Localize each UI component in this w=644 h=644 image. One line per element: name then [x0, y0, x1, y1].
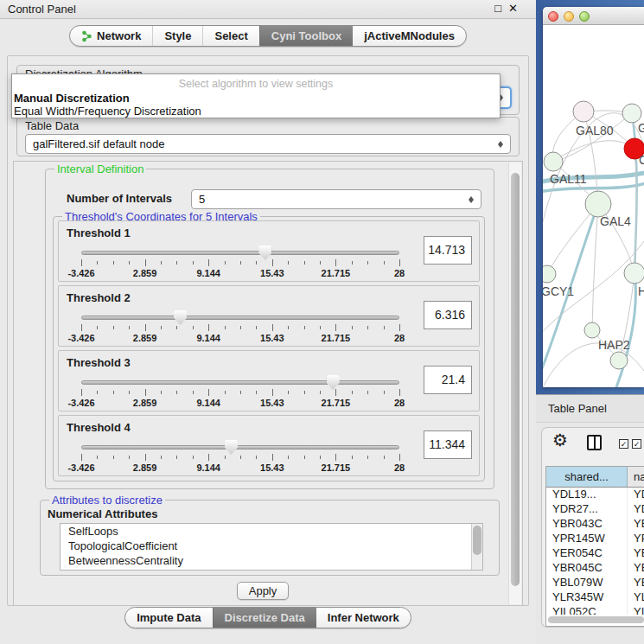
- tab-jactivemnodules[interactable]: jActiveMNodules: [353, 26, 466, 46]
- cell-shared-name: YBR045C: [546, 561, 628, 576]
- cell-name: YIL0: [628, 605, 644, 615]
- tab-infer-network[interactable]: Infer Network: [316, 608, 411, 628]
- network-canvas[interactable]: GAL80GCGAL11GAL4GCY1HHAP2: [543, 25, 644, 387]
- table-row[interactable]: YER054CYER0: [546, 546, 644, 561]
- tick-mark: [81, 324, 82, 331]
- tick-mark: [399, 454, 400, 461]
- tab-network[interactable]: Network: [70, 26, 152, 46]
- algorithm-option[interactable]: Equal Width/Frequency Discretization: [12, 105, 500, 118]
- table-row[interactable]: YDL19...YDL1: [546, 488, 644, 502]
- zoom-traffic-light-icon[interactable]: [579, 11, 590, 22]
- column-header-shared-name[interactable]: shared...: [546, 467, 628, 487]
- tab-discretize-data[interactable]: Discretize Data: [213, 608, 316, 628]
- tick-labels: -3.4262.8599.14415.4321.71528: [81, 398, 399, 408]
- table-horizontal-scrollbar[interactable]: [548, 616, 644, 623]
- table-data-select[interactable]: galFiltered.sif default node: [25, 134, 511, 154]
- algorithm-option[interactable]: Manual Discretization: [12, 92, 500, 105]
- tick-mark: [399, 389, 400, 396]
- slider-thumb[interactable]: [258, 245, 271, 260]
- spinner-icon: [467, 193, 476, 207]
- slider-thumb[interactable]: [174, 310, 187, 325]
- tick-label: 15.43: [260, 268, 284, 278]
- tick-mark: [225, 391, 226, 394]
- threshold-slider[interactable]: -3.4262.8599.14415.4321.71528: [81, 244, 399, 280]
- tab-select[interactable]: Select: [202, 26, 258, 46]
- cell-shared-name: YDL19...: [546, 488, 628, 502]
- attribute-item[interactable]: TopologicalCoefficient: [61, 539, 482, 553]
- node-HAP2[interactable]: [584, 322, 600, 338]
- tick-mark: [367, 456, 368, 459]
- attributes-scrollbar[interactable]: [471, 524, 482, 570]
- table-rows: YDL19...YDL1YDR27...YDR2YBR043CYBR0YPR14…: [546, 488, 644, 615]
- cell-name: YBR0: [628, 517, 644, 532]
- spinner-icon: [496, 137, 506, 151]
- table-row[interactable]: YBR045CYBR0: [546, 561, 644, 576]
- numerical-attributes-list[interactable]: SelfLoopsTopologicalCoefficientBetweenne…: [60, 523, 483, 571]
- tick-label: 15.43: [260, 398, 284, 408]
- threshold-slider[interactable]: -3.4262.8599.14415.4321.71528: [81, 438, 399, 475]
- threshold-slider[interactable]: -3.4262.8599.14415.4321.71528: [81, 373, 399, 410]
- apply-button[interactable]: Apply: [237, 582, 289, 600]
- attribute-item[interactable]: BetweennessCentrality: [61, 553, 482, 568]
- node-GAL4[interactable]: [585, 191, 611, 217]
- split-columns-icon[interactable]: [587, 435, 602, 450]
- gear-icon[interactable]: ⚙: [552, 430, 568, 450]
- node-node-top-right[interactable]: [622, 104, 641, 123]
- close-traffic-light-icon[interactable]: [548, 11, 558, 22]
- settings-vertical-scrollbar[interactable]: [508, 163, 521, 604]
- tick-mark: [81, 389, 82, 396]
- table-row[interactable]: YPR145WYPR1: [546, 532, 644, 546]
- tab-style[interactable]: Style: [152, 26, 202, 46]
- tick-mark: [240, 326, 241, 329]
- table-row[interactable]: YDR27...YDR2: [546, 502, 644, 517]
- tick-label: 21.715: [322, 398, 351, 408]
- attribute-item[interactable]: SelfLoops: [61, 524, 482, 539]
- table-row[interactable]: YBL079WYBL0: [546, 576, 644, 590]
- tick-mark: [335, 454, 336, 461]
- number-of-intervals-value: 5: [199, 190, 205, 208]
- cell-name: YLR3: [628, 590, 644, 605]
- tab-cyni-toolbox[interactable]: Cyni Toolbox: [259, 26, 353, 46]
- tab-label: Select: [214, 29, 247, 42]
- tick-mark: [256, 391, 257, 394]
- slider-track: [81, 251, 399, 255]
- table-row[interactable]: YLR345WYLR3: [546, 590, 644, 605]
- node-node-right-h[interactable]: [624, 263, 644, 284]
- minimize-traffic-light-icon[interactable]: [564, 11, 574, 22]
- threshold-value[interactable]: 6.316: [424, 301, 472, 329]
- tick-mark: [208, 259, 209, 266]
- tick-mark: [129, 456, 130, 459]
- close-icon[interactable]: ✕: [508, 2, 518, 15]
- node-GAL80[interactable]: [573, 101, 594, 122]
- threshold-block: Threshold 2-3.4262.8599.14415.4321.71528…: [58, 285, 480, 347]
- cell-name: YDL1: [628, 488, 644, 502]
- threshold-value[interactable]: 14.713: [424, 236, 472, 265]
- table-row[interactable]: YIL052CYIL0: [546, 605, 644, 615]
- tick-mark: [113, 326, 114, 329]
- checkbox-icon[interactable]: ✓: [632, 439, 641, 449]
- threshold-value[interactable]: 11.344: [424, 430, 472, 459]
- tab-impute-data[interactable]: Impute Data: [125, 608, 212, 628]
- tab-label: jActiveMNodules: [364, 29, 455, 42]
- node-node-bottom[interactable]: [610, 352, 628, 369]
- tick-label: 21.715: [322, 333, 351, 343]
- column-header-name[interactable]: na: [628, 467, 644, 487]
- threshold-slider[interactable]: -3.4262.8599.14415.4321.71528: [81, 309, 399, 345]
- threshold-value[interactable]: 21.4: [424, 366, 472, 394]
- number-of-intervals-select[interactable]: 5: [191, 189, 481, 209]
- slider-thumb[interactable]: [327, 375, 340, 390]
- table-row[interactable]: YBR043CYBR0: [546, 517, 644, 532]
- tick-mark: [240, 456, 241, 459]
- node-table: shared... na YDL19...YDL1YDR27...YDR2YBR…: [545, 466, 644, 627]
- tick-mark: [97, 326, 98, 329]
- node-GAL11[interactable]: [544, 152, 563, 171]
- main-tabs: NetworkStyleSelectCyni ToolboxjActiveMNo…: [69, 25, 467, 47]
- threshold-block: Threshold 3-3.4262.8599.14415.4321.71528…: [58, 350, 480, 411]
- float-window-icon[interactable]: □: [494, 2, 501, 15]
- tick-labels: -3.4262.8599.14415.4321.71528: [81, 268, 399, 278]
- tick-label: 28: [394, 398, 405, 408]
- slider-ticks: [81, 389, 399, 397]
- slider-thumb[interactable]: [225, 440, 238, 455]
- checkbox-icon[interactable]: ✓: [619, 439, 628, 449]
- node-GCY1[interactable]: [543, 265, 556, 283]
